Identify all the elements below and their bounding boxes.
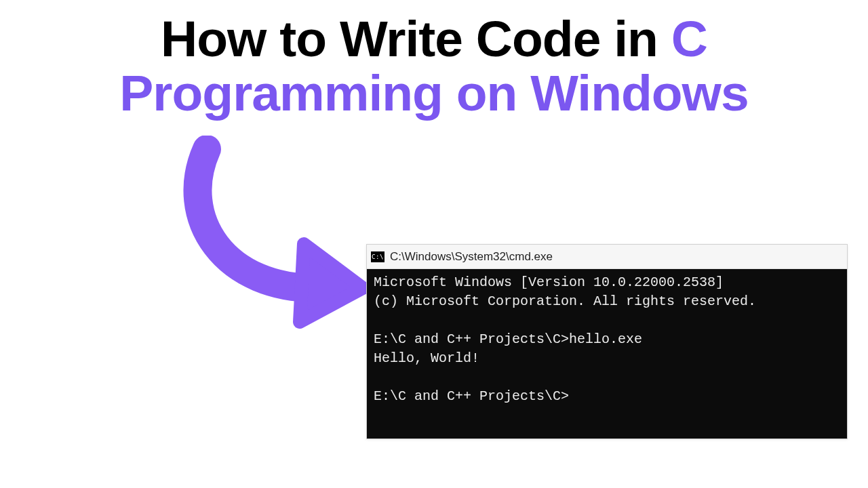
cmd-window: C:\ C:\Windows\System32\cmd.exe Microsof… [366,244,848,439]
curved-arrow-icon [136,136,380,339]
cmd-line: Hello, World! [374,350,479,366]
cmd-line: Microsoft Windows [Version 10.0.22000.25… [374,274,724,290]
cmd-icon: C:\ [371,251,384,262]
page-title: How to Write Code in C Programming on Wi… [0,0,868,120]
title-part-3: Programming on Windows [0,66,868,121]
cmd-output[interactable]: Microsoft Windows [Version 10.0.22000.25… [367,269,847,439]
cmd-window-title: C:\Windows\System32\cmd.exe [390,250,553,264]
title-part-2: C [671,10,707,67]
cmd-line: E:\C and C++ Projects\C>hello.exe [374,331,642,347]
cmd-titlebar: C:\ C:\Windows\System32\cmd.exe [367,245,847,269]
cmd-line: (c) Microsoft Corporation. All rights re… [374,293,756,309]
cmd-line: E:\C and C++ Projects\C> [374,388,569,404]
title-part-1: How to Write Code in [161,10,671,67]
